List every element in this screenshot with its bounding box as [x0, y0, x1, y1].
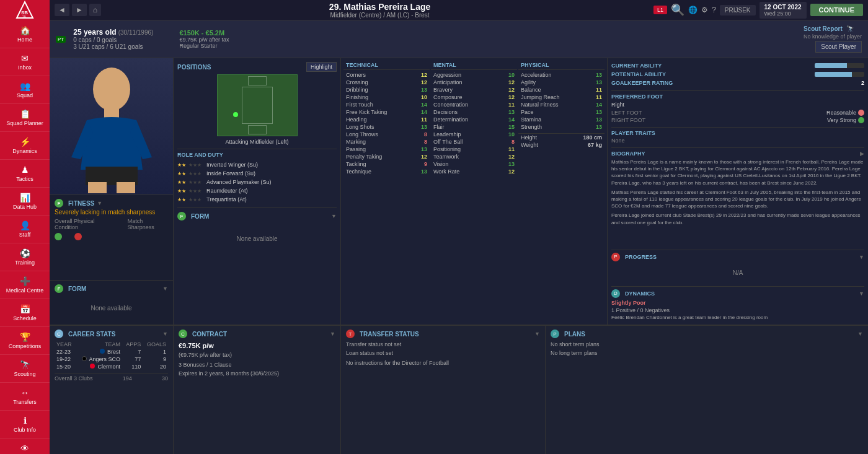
nav-fwd-btn[interactable]: ►	[72, 4, 87, 16]
globe-icon[interactable]: 🌐	[688, 6, 698, 14]
positions-title: POSITIONS	[177, 64, 211, 71]
technical-col: TECHNICAL Corners12 Crossing12 Dribbling…	[343, 61, 430, 322]
sidebar-item-data-hub[interactable]: 📊 Data Hub	[0, 188, 50, 216]
navigation-arrows[interactable]: ◄ ► ⌂	[50, 4, 106, 16]
contract-value: €150K - €5.2M €9.75K p/w after tax Regul…	[179, 29, 229, 49]
sidebar-item-club-info[interactable]: ℹ Club Info	[0, 411, 50, 439]
role-row-4: ★★ ★★★ Trequartista (At)	[177, 195, 337, 204]
sidebar-item-tactics[interactable]: ♟ Tactics	[0, 160, 50, 188]
form-expand-btn[interactable]: ▼	[162, 286, 168, 292]
sidebar-item-inbox[interactable]: ✉ Inbox	[0, 48, 50, 76]
attr-aggression: Aggression10	[431, 71, 517, 79]
continue-button[interactable]: CONTINUE	[810, 4, 863, 16]
contract-expand[interactable]: ▼	[330, 331, 335, 337]
sidebar-item-home[interactable]: 🏠 Home	[0, 20, 50, 48]
sidebar-item-club-vision[interactable]: 👁 Club Vision	[0, 439, 50, 454]
attr-teamwork: Teamwork12	[431, 153, 517, 160]
staff-icon: 👤	[20, 220, 30, 230]
role-stars-1: ★★	[177, 171, 186, 177]
sidebar-item-squad-planner[interactable]: 📋 Squad Planner	[0, 104, 50, 132]
form-header: F FORM ▼	[177, 212, 337, 220]
team-0: Brest	[76, 348, 123, 356]
sidebar-item-training[interactable]: ⚽ Training	[0, 243, 50, 271]
physical-col: PHYSICAL Acceleration13 Agility13 Balanc…	[518, 61, 604, 322]
progress-section: P PROGRESS ▼ N/A	[611, 250, 864, 282]
schedule-icon: 📅	[20, 304, 30, 314]
dynamics-header: D DYNAMICS ▼	[611, 289, 864, 298]
progress-expand-btn[interactable]: ▼	[859, 254, 864, 260]
plans-details: No short term plans No long term plans	[551, 341, 863, 357]
dynamics-expand-btn[interactable]: ▼	[859, 290, 864, 297]
player-image-container	[50, 58, 173, 194]
league-badge: L1	[653, 6, 667, 14]
sidebar-item-medical[interactable]: ➕ Medical Centre	[0, 271, 50, 299]
attr-agility: Agility13	[518, 79, 604, 86]
attributes-grid: TECHNICAL Corners12 Crossing12 Dribbling…	[343, 61, 604, 322]
biography-expand-btn[interactable]: ▶	[860, 151, 864, 157]
top-bar-right: L1 🔍 🌐 ⚙ ? PRIJSEK 12 OCT 2022 Wed 25:00…	[653, 2, 868, 19]
sidebar-item-transfers[interactable]: ↔ Transfers	[0, 383, 50, 411]
player-header: PT 25 years old (30/11/1996) 0 caps / 0 …	[50, 20, 868, 58]
role-empty-3: ★★★	[188, 188, 202, 194]
club-logo: SB 29	[0, 0, 50, 20]
training-icon: ⚽	[20, 248, 30, 258]
role-name-1: Inside Forward (Su)	[206, 170, 255, 177]
positions-panel: POSITIONS Highlight Attacking Midfielder…	[174, 58, 341, 325]
attr-decisions: Decisions13	[431, 108, 517, 116]
sidebar-item-dynamics[interactable]: ⚡ Dynamics	[0, 132, 50, 160]
search-icon[interactable]: 🔍	[671, 3, 684, 17]
dynamics-positives: 1 Positive / 0 Negatives	[611, 307, 864, 313]
club-info-icon: ℹ	[24, 416, 27, 426]
plans-short: No short term plans	[551, 341, 863, 349]
fitness-icon: F	[55, 199, 63, 207]
right-foot-row: RIGHT FOOT Very Strong	[611, 117, 864, 123]
attr-penalty: Penalty Taking12	[343, 153, 430, 160]
attr-corners: Corners12	[343, 71, 430, 79]
main-container: 🏠 Home ✉ Inbox 👥 Squad 📋 Squad Planner ⚡…	[0, 20, 868, 454]
sidebar-item-schedule[interactable]: 📅 Schedule	[0, 299, 50, 327]
sidebar-label-competitions: Competitions	[9, 343, 42, 349]
form-none-available: None available	[55, 295, 168, 321]
highlight-button[interactable]: Highlight	[306, 62, 337, 72]
player-caps: 0 caps / 0 goals	[73, 37, 153, 43]
attr-dribbling: Dribbling13	[343, 86, 430, 94]
year-0: 22-23	[55, 348, 76, 356]
transfer-details: Transfer status not set Loan status not …	[346, 341, 540, 368]
career-row-0: 22-23 Brest 7 1	[55, 348, 168, 356]
fitness-expand-btn[interactable]: ▼	[97, 200, 102, 206]
nav-back-btn[interactable]: ◄	[55, 4, 69, 16]
sidebar-label-medical: Medical Centre	[6, 287, 44, 294]
sharpness-dot	[74, 233, 82, 240]
biography-header: BIOGRAPHY ▶	[611, 151, 864, 157]
form-sub-expand[interactable]: ▼	[331, 213, 337, 219]
help-icon[interactable]: ?	[712, 6, 716, 14]
squad-planner-icon: 📋	[20, 109, 30, 119]
plans-expand[interactable]: ▼	[857, 331, 863, 337]
potential-ability-bar-container	[815, 72, 864, 77]
transfer-expand[interactable]: ▼	[534, 331, 540, 337]
dynamics-icon: ⚡	[20, 137, 30, 147]
settings-icon[interactable]: ⚙	[701, 6, 708, 14]
attr-marking: Marking8	[343, 138, 430, 146]
attr-anticipation: Anticipation12	[431, 79, 517, 86]
contract-range: €150K - €5.2M	[179, 29, 229, 37]
plans-title: PLANS	[564, 331, 585, 338]
physical-dot	[55, 233, 62, 240]
role-row-0: ★★ ★★★ Inverted Winger (Su)	[177, 160, 337, 169]
sidebar-label-squad-planner: Squad Planner	[6, 120, 43, 126]
scout-player-button[interactable]: Scout Player	[815, 41, 862, 53]
position-label: Attacking Midfielder (Left)	[177, 139, 337, 145]
form-none: None available	[177, 223, 337, 255]
player-image-col: F FITNESS ▼ Severely lacking in match sh…	[50, 58, 174, 325]
biography-section: BIOGRAPHY ▶ Mathias Pereira Lage is a na…	[611, 147, 864, 246]
nav-home-btn[interactable]: ⌂	[89, 4, 101, 16]
sidebar-item-squad[interactable]: 👥 Squad	[0, 76, 50, 104]
scouting-icon: 🔭	[20, 360, 30, 370]
sidebar-item-scouting[interactable]: 🔭 Scouting	[0, 355, 50, 383]
sidebar-item-competitions[interactable]: 🏆 Competitions	[0, 327, 50, 355]
gk-rating-row: GOALKEEPER RATING 2	[611, 79, 864, 87]
attr-long-throws: Long Throws8	[343, 131, 430, 138]
attr-first-touch: First Touch14	[343, 101, 430, 108]
career-stats-expand[interactable]: ▼	[162, 331, 168, 337]
sidebar-item-staff[interactable]: 👤 Staff	[0, 216, 50, 243]
